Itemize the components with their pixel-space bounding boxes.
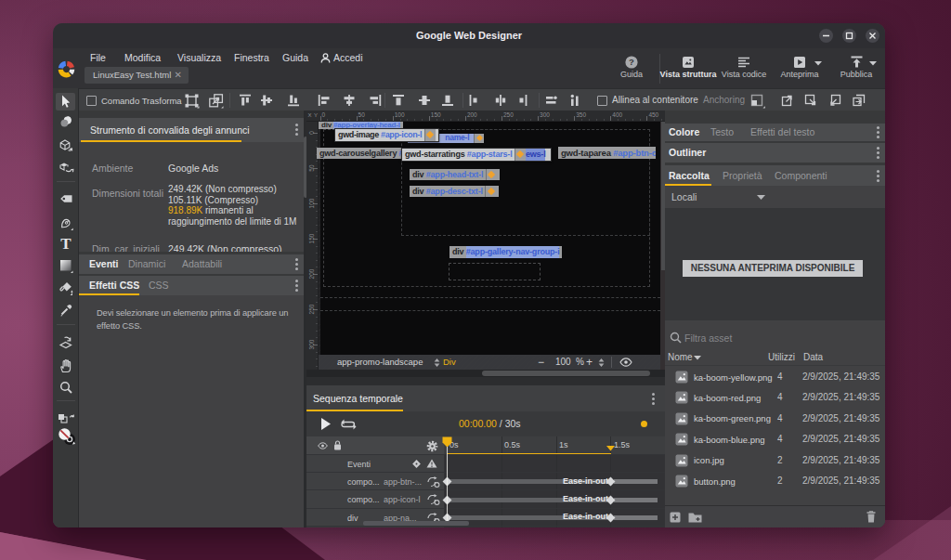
svg-text:?: ? xyxy=(629,57,634,67)
